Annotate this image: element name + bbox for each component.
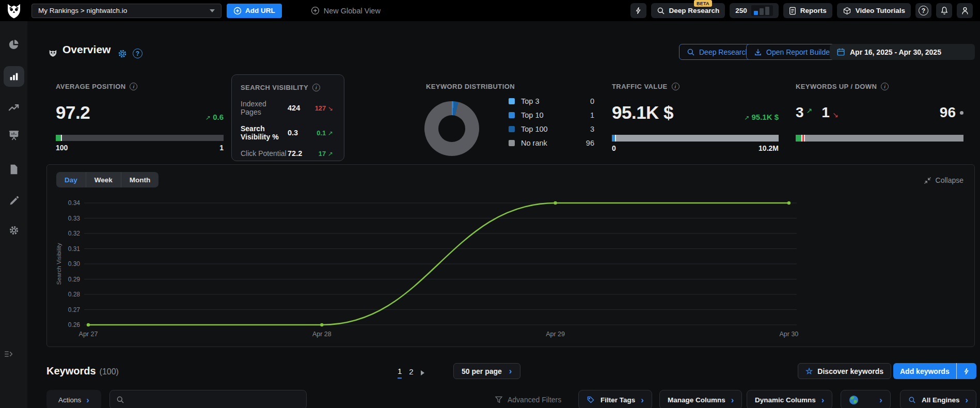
sidebar-item-trends[interactable]: [4, 97, 24, 118]
help-icon: ?: [919, 6, 928, 15]
dynamic-columns-button[interactable]: Dynamic Columns ›: [747, 390, 832, 408]
add-keywords-button-group: Add keywords: [893, 363, 976, 379]
legend-label: No rank: [521, 139, 547, 147]
chevron-right-icon: ›: [509, 367, 512, 375]
overview-settings-gear-icon[interactable]: [117, 49, 128, 59]
sidebar-collapse-toggle[interactable]: [4, 350, 13, 358]
open-report-builder-label: Open Report Builder: [766, 48, 832, 56]
info-icon[interactable]: i: [881, 83, 889, 90]
discover-keywords-button[interactable]: ☆ Discover keywords: [798, 363, 891, 379]
page-2[interactable]: 2: [409, 367, 413, 378]
bell-icon: [940, 6, 949, 15]
video-tutorials-button[interactable]: Video Tutorials: [837, 3, 911, 18]
beta-badge: BETA: [694, 0, 712, 7]
notifications-button[interactable]: [936, 3, 952, 18]
actions-label: Actions: [58, 396, 81, 404]
svg-text:Apr 28: Apr 28: [312, 331, 331, 338]
info-icon[interactable]: i: [672, 83, 679, 90]
arrow-up-icon: ↗: [807, 106, 813, 115]
collapse-button[interactable]: Collapse: [924, 176, 963, 184]
sidebar-item-site-audit[interactable]: [4, 125, 24, 146]
dot-icon: [960, 111, 963, 115]
app-logo[interactable]: [0, 0, 27, 21]
info-icon[interactable]: i: [130, 83, 137, 90]
help-button[interactable]: ?: [915, 3, 931, 18]
date-range-picker[interactable]: Apr 16, 2025 - Apr 30, 2025: [830, 44, 975, 60]
metric-value: 72.2: [288, 149, 311, 158]
add-url-button[interactable]: Add URL: [227, 4, 282, 18]
traffic-value-change: ↗95.1K $: [744, 113, 779, 121]
project-selector-label: My Rankings > nightwatch.io: [38, 7, 127, 14]
new-global-view-button[interactable]: New Global View: [311, 6, 381, 15]
legend-item: Top 1003: [509, 122, 594, 136]
presentation-icon: [8, 130, 20, 141]
topbar-actions: Deep Research BETA 250 Reports Video Tut…: [630, 3, 973, 18]
quick-actions-button[interactable]: [630, 3, 646, 18]
video-tutorials-label: Video Tutorials: [856, 7, 905, 14]
svg-text:0.29: 0.29: [68, 276, 81, 283]
page-title: Overview: [62, 43, 110, 56]
legend-item: Top 101: [509, 108, 594, 122]
location-selector-button[interactable]: ›: [841, 390, 891, 408]
pie-chart-icon: [8, 39, 20, 51]
sidebar-item-pie-overview[interactable]: [4, 34, 24, 55]
next-page-icon[interactable]: [421, 370, 424, 375]
all-engines-button[interactable]: All Engines ›: [900, 390, 976, 408]
per-page-select[interactable]: 50 per page ›: [453, 363, 520, 379]
filter-tags-button[interactable]: Filter Tags ›: [578, 390, 652, 408]
profile-button[interactable]: [957, 3, 973, 18]
open-report-builder-button[interactable]: Open Report Builder: [746, 44, 840, 60]
all-engines-label: All Engines: [922, 396, 960, 404]
chevron-right-icon: ›: [879, 396, 882, 404]
legend-value: 1: [590, 111, 594, 119]
add-keywords-button[interactable]: Add keywords: [893, 363, 956, 379]
arrow-up-icon: ↗: [328, 150, 333, 158]
legend-swatch: [509, 126, 515, 132]
search-visibility-card: SEARCH VISIBILITYi Indexed Pages424127 ↘…: [231, 74, 344, 161]
plus-circle-icon: [233, 7, 242, 15]
sidebar-item-notes[interactable]: [4, 191, 24, 211]
filter-tags-label: Filter Tags: [600, 396, 635, 404]
traffic-value-value: 95.1K $: [612, 102, 673, 123]
bar-chart-icon: [8, 71, 20, 82]
average-position-value: 97.2: [56, 102, 90, 123]
discover-keywords-label: Discover keywords: [817, 367, 883, 375]
pagination: 12: [398, 367, 424, 379]
svg-text:Apr 29: Apr 29: [546, 331, 565, 338]
sidebar-item-settings[interactable]: [4, 220, 24, 241]
deep-research-button[interactable]: Deep Research BETA: [651, 3, 725, 18]
project-selector[interactable]: My Rankings > nightwatch.io: [31, 4, 222, 18]
arrow-down-icon: ↘: [832, 111, 839, 119]
search-icon: [908, 396, 916, 404]
keyword-search-input[interactable]: [129, 396, 300, 404]
sidebar-item-rankings[interactable]: [4, 66, 24, 87]
info-icon[interactable]: i: [312, 84, 320, 91]
page-1[interactable]: 1: [398, 367, 402, 379]
keywords-section-title: Keywords(100): [46, 365, 119, 377]
tab-month[interactable]: Month: [121, 172, 159, 187]
metric-change: 0.1 ↗: [311, 129, 335, 137]
metric-label: Click Potential: [241, 149, 288, 158]
tab-week[interactable]: Week: [86, 172, 121, 187]
search-visibility-chart-panel: DayWeekMonth Collapse 0.260.270.280.290.…: [46, 164, 975, 347]
metric-change: 127 ↘: [311, 104, 335, 112]
deep-research-header-button[interactable]: Deep Research: [679, 44, 757, 60]
quick-add-lightning-button[interactable]: [956, 363, 976, 379]
credits-count: 250: [735, 7, 747, 14]
tab-day[interactable]: Day: [56, 172, 86, 187]
funnel-icon: [495, 396, 503, 404]
keyword-distribution-legend: Top 30Top 101Top 1003No rank96: [509, 94, 594, 150]
svg-text:Apr 30: Apr 30: [779, 331, 798, 338]
keywords-up-value: 3: [796, 104, 804, 121]
manage-columns-button[interactable]: Manage Columns ›: [659, 390, 742, 408]
lightning-icon: [963, 367, 970, 375]
actions-dropdown[interactable]: Actions ›: [46, 390, 101, 408]
overview-owl-icon: [48, 49, 58, 58]
new-global-view-label: New Global View: [324, 7, 381, 15]
advanced-filters-button[interactable]: Advanced Filters: [495, 390, 561, 408]
reports-button[interactable]: Reports: [783, 3, 832, 18]
keywords-nochange-value: 96: [940, 104, 956, 121]
overview-help-icon[interactable]: ?: [133, 49, 143, 58]
credits-button[interactable]: 250: [730, 3, 779, 18]
sidebar-item-reports[interactable]: [4, 159, 24, 180]
